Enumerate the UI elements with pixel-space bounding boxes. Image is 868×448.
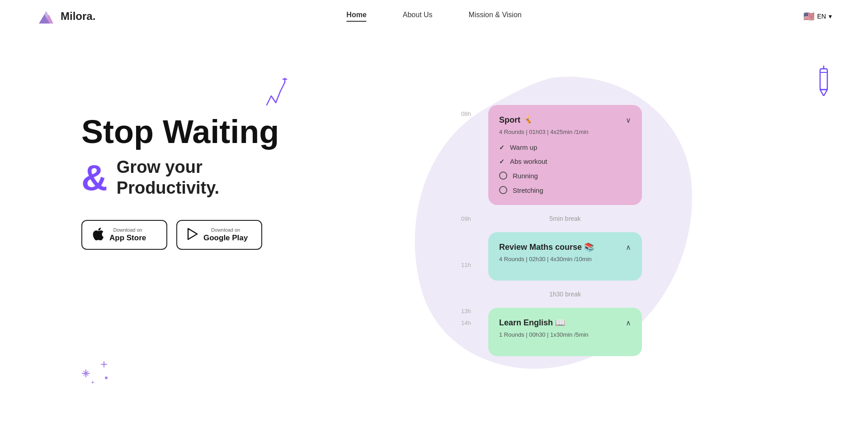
ampersand-symbol: & [81, 160, 108, 196]
english-card-title: Learn English 📖 [499, 318, 565, 328]
playstore-button[interactable]: Download on Google Play [176, 220, 262, 250]
item-label: Stretching [513, 186, 543, 194]
maths-card-meta: 4 Rounds | 02h30 | 4x30min /10min [499, 256, 631, 262]
item-label: Abs workout [510, 157, 547, 165]
nav-mission[interactable]: Mission & Vision [469, 11, 522, 22]
playstore-text: Download on Google Play [203, 227, 248, 243]
english-chevron-icon[interactable]: ∧ [626, 319, 631, 327]
play-icon [187, 228, 198, 242]
sport-card-items: ✓ Warm up ✓ Abs workout Running [499, 143, 631, 194]
sport-card-header: Sport 🤸 ∨ [499, 115, 631, 125]
list-item: Running [499, 172, 631, 180]
circle-icon [499, 186, 507, 194]
maths-card-title: Review Maths course 📚 [499, 242, 594, 252]
list-item: ✓ Abs workout [499, 157, 631, 165]
language-selector[interactable]: 🇺🇸 EN ▾ [803, 11, 832, 22]
flag-icon: 🇺🇸 [803, 11, 815, 22]
list-item: Stretching [499, 186, 631, 194]
schedule-cards: Sport 🤸 ∨ 4 Rounds | 01h03 | 4x25min /1m… [488, 105, 642, 356]
sport-card: Sport 🤸 ∨ 4 Rounds | 01h03 | 4x25min /1m… [488, 105, 642, 205]
hero-right-content: 08h 09h 11h 13h 14h Sport 🤸 ∨ 4 Ro [316, 60, 787, 356]
nav-links: Home About Us Mission & Vision [346, 11, 521, 22]
chevron-down-icon: ▾ [829, 13, 832, 20]
hero-title: Stop Waiting [81, 114, 316, 150]
time-09h-1: 09h [461, 215, 471, 222]
svg-point-15 [105, 377, 108, 379]
checkmark-icon: ✓ [499, 144, 505, 151]
time-13h: 13h [461, 308, 471, 315]
pencil-decoration [816, 64, 832, 98]
apple-icon [92, 228, 104, 242]
svg-point-16 [92, 381, 94, 383]
nav-about[interactable]: About Us [403, 11, 433, 22]
list-item: ✓ Warm up [499, 143, 631, 151]
hero-subtitle-row: & Grow your Productivity. [81, 157, 316, 198]
hero-subtitle: Grow your Productivity. [117, 157, 219, 198]
break-2-label: 1h30 break [488, 288, 642, 300]
circle-icon [499, 172, 507, 180]
hero-left-content: Stop Waiting & Grow your Productivity. D… [81, 60, 316, 250]
download-buttons: Download on App Store Download on Google… [81, 220, 316, 250]
navbar: Milora. Home About Us Mission & Vision 🇺… [0, 0, 868, 33]
item-label: Running [513, 172, 538, 180]
schedule-container: 08h 09h 11h 13h 14h Sport 🤸 ∨ 4 Ro [461, 78, 642, 356]
time-08h: 08h [461, 110, 471, 117]
sport-card-meta: 4 Rounds | 01h03 | 4x25min /1min [499, 129, 631, 135]
stars-decoration [81, 360, 118, 390]
break-1-label: 5min break [488, 212, 642, 225]
sport-card-title: Sport 🤸 [499, 115, 533, 125]
appstore-button[interactable]: Download on App Store [81, 220, 167, 250]
svg-marker-6 [820, 90, 827, 96]
time-14h: 14h [461, 319, 471, 326]
lang-code: EN [817, 13, 826, 20]
english-card: Learn English 📖 ∧ 1 Rounds | 00h30 | 1x3… [488, 308, 642, 356]
checkmark-icon: ✓ [499, 158, 505, 165]
brand-name: Milora. [61, 10, 95, 23]
time-labels: 08h 09h 11h 13h 14h [461, 105, 477, 356]
svg-rect-5 [820, 69, 827, 90]
appstore-text: Download on App Store [109, 227, 146, 243]
nav-home[interactable]: Home [346, 11, 366, 22]
english-card-header: Learn English 📖 ∧ [499, 318, 631, 328]
maths-card-header: Review Maths course 📚 ∧ [499, 242, 631, 252]
hero-section: Stop Waiting & Grow your Productivity. D… [0, 33, 868, 426]
time-11h: 11h [461, 262, 471, 268]
maths-card: Review Maths course 📚 ∧ 4 Rounds | 02h30… [488, 232, 642, 281]
sport-chevron-icon[interactable]: ∨ [626, 116, 631, 124]
logo[interactable]: Milora. [36, 6, 95, 26]
english-card-meta: 1 Rounds | 00h30 | 1x30min /5min [499, 331, 631, 338]
item-label: Warm up [510, 143, 537, 151]
maths-chevron-icon[interactable]: ∧ [626, 243, 631, 252]
